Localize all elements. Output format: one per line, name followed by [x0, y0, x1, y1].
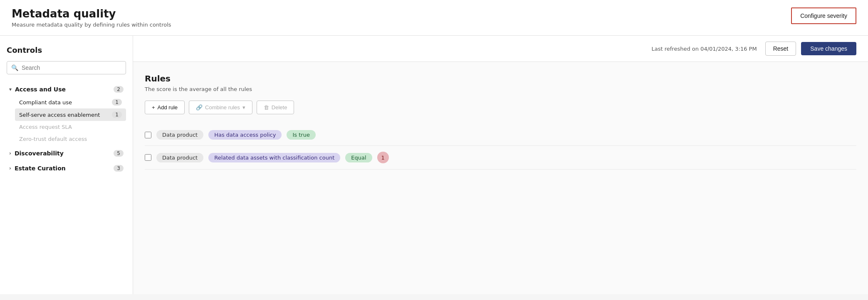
page-header-left: Metadata quality Measure metadata qualit… — [12, 7, 171, 28]
compliant-data-use-badge: 1 — [112, 99, 122, 106]
nav-section-estate-curation: › Estate Curation 3 — [7, 162, 126, 175]
plus-icon: + — [152, 104, 155, 111]
rule-1-col1: Data product — [156, 130, 203, 140]
add-rule-button[interactable]: + Add rule — [145, 101, 185, 114]
delete-label: Delete — [272, 104, 287, 111]
rule-row-2: Data product Related data assets with cl… — [145, 146, 856, 170]
rules-actions: + Add rule 🔗 Combine rules ▾ 🗑 Delete — [145, 101, 856, 114]
rule-2-col3: Equal — [345, 153, 372, 162]
trash-icon: 🗑 — [264, 104, 269, 111]
sidebar-title: Controls — [7, 46, 126, 54]
delete-button[interactable]: 🗑 Delete — [257, 101, 294, 114]
self-serve-label: Self-serve access enablement — [19, 112, 100, 118]
last-refreshed-text: Last refreshed on 04/01/2024, 3:16 PM — [651, 46, 757, 52]
search-icon: 🔍 — [11, 64, 18, 71]
compliant-data-use-label: Compliant data use — [19, 99, 72, 106]
access-and-use-items: Compliant data use 1 Self-serve access e… — [15, 96, 126, 145]
combine-rules-button[interactable]: 🔗 Combine rules ▾ — [189, 101, 252, 114]
sidebar-item-access-request-sla: Access request SLA — [15, 121, 126, 133]
page-subtitle: Measure metadata quality by defining rul… — [12, 22, 171, 28]
main-layout: Controls 🔍 ▾ Access and Use 2 Compliant … — [0, 36, 868, 294]
content-area: Last refreshed on 04/01/2024, 3:16 PM Re… — [133, 36, 868, 294]
rule-2-col4: 1 — [377, 152, 389, 163]
combine-icon: 🔗 — [196, 104, 203, 111]
self-serve-badge: 1 — [112, 111, 122, 118]
rule-1-checkbox[interactable] — [145, 132, 151, 138]
top-header: Metadata quality Measure metadata qualit… — [0, 0, 868, 36]
save-changes-button[interactable]: Save changes — [801, 42, 856, 55]
nav-section-header-estate-curation[interactable]: › Estate Curation 3 — [7, 162, 126, 175]
chevron-right-icon-estate: › — [9, 165, 11, 171]
page-title: Metadata quality — [12, 7, 171, 20]
nav-section-access-and-use: ▾ Access and Use 2 Compliant data use 1 … — [7, 83, 126, 145]
add-rule-label: Add rule — [158, 104, 178, 111]
combine-rules-label: Combine rules — [205, 104, 240, 111]
rule-2-col2: Related data assets with classification … — [208, 153, 340, 162]
nav-section-header-access-and-use[interactable]: ▾ Access and Use 2 — [7, 83, 126, 96]
access-and-use-badge: 2 — [114, 86, 124, 93]
chevron-down-icon: ▾ — [9, 86, 12, 92]
access-and-use-label: Access and Use — [15, 86, 66, 93]
reset-button[interactable]: Reset — [765, 42, 796, 56]
nav-section-header-discoverability[interactable]: › Discoverability 5 — [7, 147, 126, 160]
discoverability-label: Discoverability — [15, 150, 64, 157]
sidebar-item-compliant-data-use[interactable]: Compliant data use 1 — [15, 96, 126, 108]
rules-subtitle: The score is the average of all the rule… — [145, 86, 856, 92]
search-input[interactable] — [22, 64, 121, 71]
chevron-down-icon-combine: ▾ — [242, 104, 245, 111]
configure-severity-button[interactable]: Configure severity — [791, 7, 856, 24]
zero-trust-label: Zero-trust default access — [19, 136, 87, 142]
estate-curation-badge: 3 — [114, 165, 124, 172]
estate-curation-label: Estate Curation — [15, 165, 66, 172]
discoverability-badge: 5 — [114, 150, 124, 157]
chevron-right-icon-discoverability: › — [9, 150, 11, 156]
rule-2-checkbox[interactable] — [145, 154, 151, 161]
sidebar-item-self-serve[interactable]: Self-serve access enablement 1 — [15, 108, 126, 121]
rule-1-col3: Is true — [287, 130, 315, 140]
sidebar-item-zero-trust: Zero-trust default access — [15, 133, 126, 145]
rule-2-col1: Data product — [156, 153, 203, 162]
content-toolbar: Last refreshed on 04/01/2024, 3:16 PM Re… — [133, 36, 868, 62]
rule-1-col2: Has data access policy — [208, 130, 282, 140]
rules-title: Rules — [145, 74, 856, 84]
rule-row-1: Data product Has data access policy Is t… — [145, 124, 856, 146]
nav-section-discoverability: › Discoverability 5 — [7, 147, 126, 160]
search-box: 🔍 — [7, 61, 126, 74]
access-request-sla-label: Access request SLA — [19, 124, 72, 130]
sidebar: Controls 🔍 ▾ Access and Use 2 Compliant … — [0, 36, 133, 294]
rules-section: Rules The score is the average of all th… — [133, 62, 868, 181]
